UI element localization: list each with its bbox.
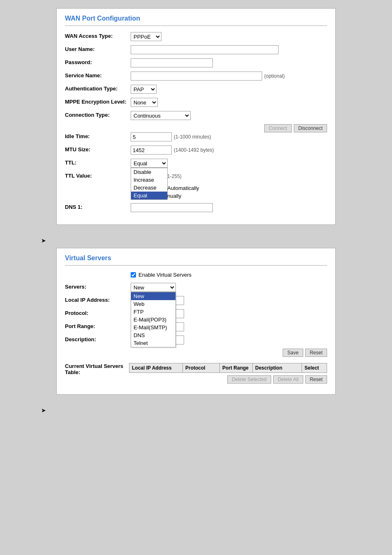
vs-option-email-smtp[interactable]: E-Mail(SMTP) — [131, 324, 175, 331]
idle-time-input[interactable] — [131, 132, 172, 141]
vs-divider — [65, 265, 327, 266]
ttl-dropdown-list: Disable Increase Decrease Equal — [131, 168, 168, 200]
ttl-label: TTL: — [65, 159, 131, 166]
password-row: Password: — [65, 58, 327, 67]
ttl-row: TTL: Disable Increase Decrease Equal Dis… — [65, 159, 327, 168]
idle-time-hint: (1-1000 minutes) — [174, 134, 211, 140]
service-name-hint: (optional) — [264, 73, 285, 79]
vs-table-header-row: Local IP Address Protocol Port Range Des… — [129, 363, 327, 373]
vs-option-telnet[interactable]: Telnet — [131, 339, 175, 347]
vs-option-email-pop3[interactable]: E-Mail(POP3) — [131, 316, 175, 324]
vs-delete-all-button[interactable]: Delete All — [273, 375, 303, 384]
wan-access-type-label: WAN Access Type: — [65, 32, 131, 39]
service-name-row: Service Name: (optional) — [65, 72, 327, 81]
user-name-row: User Name: — [65, 45, 327, 54]
mtu-size-input[interactable] — [131, 146, 172, 155]
vs-table-title: Current Virtual Servers Table: — [65, 363, 129, 375]
wan-panel-title: WAN Port Configuration — [65, 15, 327, 22]
vs-protocol-label: Protocol: — [65, 309, 131, 316]
vs-table-header-area: Current Virtual Servers Table: Local IP … — [65, 363, 327, 384]
vs-servers-select[interactable]: New Web FTP E-Mail(POP3) E-Mail(SMTP) DN… — [131, 283, 176, 292]
dns1-input[interactable] — [131, 203, 213, 212]
wan-access-type-control: PPPoE DHCP Static IP — [131, 32, 327, 41]
vs-table-section: Current Virtual Servers Table: Local IP … — [65, 363, 327, 384]
vs-save-button[interactable]: Save — [283, 349, 303, 357]
user-name-control — [131, 45, 327, 54]
vs-table-actions: Delete Selected Delete All Reset — [129, 375, 327, 384]
idle-time-control: (1-1000 minutes) — [131, 132, 327, 141]
obtain-dns-spacer — [65, 185, 131, 186]
mtu-size-row: MTU Size: (1400-1492 bytes) — [65, 146, 327, 155]
connection-type-control: Continuous Connect on Demand Manual — [131, 111, 327, 120]
vs-delete-selected-button[interactable]: Delete Selected — [227, 375, 271, 384]
mppe-select[interactable]: None 40-bit 56-bit 128-bit — [131, 98, 158, 107]
vs-option-dns[interactable]: DNS — [131, 331, 175, 339]
vs-panel-title: Virtual Servers — [65, 254, 327, 262]
vs-table-columns: Local IP Address Protocol Port Range Des… — [129, 363, 327, 384]
vs-enable-checkbox[interactable] — [131, 272, 136, 278]
wan-access-type-select[interactable]: PPPoE DHCP Static IP — [131, 32, 161, 41]
user-name-input[interactable] — [131, 45, 279, 54]
auth-type-label: Authentication Type: — [65, 85, 131, 92]
password-label: Password: — [65, 58, 131, 65]
service-name-label: Service Name: — [65, 72, 131, 79]
vs-enable-row: Enable Virtual Servers — [131, 272, 327, 278]
vs-col-localip: Local IP Address — [129, 363, 183, 372]
vs-option-new[interactable]: New — [131, 292, 175, 300]
idle-time-label: Idle Time: — [65, 132, 131, 139]
ttl-control: Disable Increase Decrease Equal Disable … — [131, 159, 327, 168]
ttl-option-decrease[interactable]: Decrease — [131, 184, 167, 192]
ttl-select[interactable]: Disable Increase Decrease Equal — [131, 159, 168, 168]
vs-servers-dropdown[interactable]: New Web FTP E-Mail(POP3) E-Mail(SMTP) DN… — [131, 283, 176, 292]
idle-time-row: Idle Time: (1-1000 minutes) — [65, 132, 327, 141]
obtain-dns-row: Obtain DNS Automatically Set DNS Manuall… — [65, 185, 327, 199]
bullet-1: ➤ — [41, 237, 384, 244]
vs-col-select: Select — [302, 363, 327, 372]
mtu-size-label: MTU Size: — [65, 146, 131, 153]
ttl-value-row: TTL Value: (1-255) — [65, 172, 327, 181]
vs-enable-label: Enable Virtual Servers — [138, 272, 191, 278]
vs-servers-row: Servers: New Web FTP E-Mail(POP3) E-Mail… — [65, 283, 327, 292]
vs-reset-button[interactable]: Reset — [305, 349, 327, 357]
connection-type-select[interactable]: Continuous Connect on Demand Manual — [131, 111, 191, 120]
ttl-option-disable[interactable]: Disable — [131, 168, 167, 176]
auth-type-select[interactable]: PAP CHAP AUTO — [131, 85, 157, 94]
mtu-size-hint: (1400-1492 bytes) — [174, 147, 214, 153]
dns1-label: DNS 1: — [65, 203, 131, 210]
vs-localip-row: Local IP Address: — [65, 296, 327, 305]
connect-buttons-row: Connect Disconnect — [65, 124, 327, 132]
vs-option-web[interactable]: Web — [131, 300, 175, 308]
bullet-2: ➤ — [41, 407, 384, 414]
vs-reset-table-button[interactable]: Reset — [305, 375, 327, 384]
vs-portrange-label: Port Range: — [65, 322, 131, 329]
service-name-input[interactable] — [131, 72, 262, 81]
vs-servers-control: New Web FTP E-Mail(POP3) E-Mail(SMTP) DN… — [131, 283, 327, 292]
auth-type-row: Authentication Type: PAP CHAP AUTO — [65, 85, 327, 94]
vs-portrange-row: Port Range: — [65, 322, 327, 331]
mppe-row: MPPE Encryption Level: None 40-bit 56-bi… — [65, 98, 327, 107]
user-name-label: User Name: — [65, 45, 131, 52]
wan-panel: WAN Port Configuration WAN Access Type: … — [56, 8, 336, 225]
vs-col-portrange: Port Range — [220, 363, 253, 372]
connection-type-row: Connection Type: Continuous Connect on D… — [65, 111, 327, 120]
vs-servers-label: Servers: — [65, 283, 131, 290]
vs-localip-label: Local IP Address: — [65, 296, 131, 303]
mtu-size-control: (1400-1492 bytes) — [131, 146, 327, 155]
ttl-option-equal[interactable]: Equal — [131, 192, 167, 199]
vs-option-ftp[interactable]: FTP — [131, 308, 175, 316]
ttl-dropdown[interactable]: Disable Increase Decrease Equal Disable … — [131, 159, 168, 168]
disconnect-button[interactable]: Disconnect — [294, 124, 327, 132]
wan-divider — [65, 25, 327, 26]
ttl-option-increase[interactable]: Increase — [131, 176, 167, 184]
vs-col-description: Description — [253, 363, 302, 372]
connect-button[interactable]: Connect — [264, 124, 292, 132]
password-control — [131, 58, 327, 67]
vs-description-row: Description: — [65, 335, 327, 345]
wan-access-type-row: WAN Access Type: PPPoE DHCP Static IP — [65, 32, 327, 41]
vs-servers-dropdown-list: New Web FTP E-Mail(POP3) E-Mail(SMTP) DN… — [131, 292, 176, 347]
password-input[interactable] — [131, 58, 213, 67]
dns1-row: DNS 1: — [65, 203, 327, 212]
auth-type-control: PAP CHAP AUTO — [131, 85, 327, 94]
vs-description-label: Description: — [65, 335, 131, 342]
service-name-control: (optional) — [131, 72, 327, 81]
